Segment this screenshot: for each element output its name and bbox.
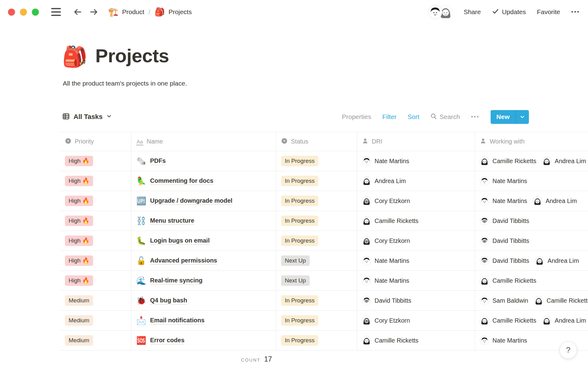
dri-cell[interactable]: Nate Martins (357, 271, 475, 291)
task-page-link[interactable]: Login bugs on email (150, 237, 209, 245)
person-chip[interactable]: Cory Etzkorn (362, 236, 410, 245)
name-cell[interactable]: 🗞️PDFs (131, 151, 276, 171)
person-chip[interactable]: Nate Martins (480, 176, 527, 186)
person-chip[interactable]: Andrea Lim (535, 256, 579, 265)
working-with-cell[interactable]: Camille RickettsAndrea Lim (475, 311, 588, 331)
properties-button[interactable]: Properties (342, 113, 371, 121)
person-chip[interactable]: Camille Ricketts (480, 276, 536, 285)
more-options-icon[interactable]: ••• (571, 9, 580, 15)
person-chip[interactable]: Cory Etzkorn (362, 316, 410, 325)
task-page-link[interactable]: Q4 bug bash (150, 297, 187, 305)
person-chip[interactable]: Camille Ricketts (362, 216, 418, 225)
person-chip[interactable]: Sam Baldwin (480, 296, 528, 305)
task-page-link[interactable]: Upgrade / downgrade model (150, 197, 232, 205)
column-header-priority[interactable]: Priority (60, 132, 131, 151)
column-header-dri[interactable]: DRI (357, 132, 475, 151)
page-icon-backpack-emoji[interactable]: 🎒 (62, 46, 87, 67)
dri-cell[interactable]: Camille Ricketts (357, 211, 475, 231)
breadcrumb-item-product[interactable]: 🏗️ Product (108, 8, 144, 16)
sort-button[interactable]: Sort (408, 113, 420, 121)
person-chip[interactable]: David Tibbitts (480, 216, 529, 225)
name-cell[interactable]: 🐞Q4 bug bash (131, 291, 276, 311)
person-chip[interactable]: Camille Ricketts (480, 156, 536, 166)
new-button[interactable]: New (491, 110, 529, 124)
name-cell[interactable]: 📩Email notifications (131, 311, 276, 331)
person-chip[interactable]: David Tibbitts (480, 236, 529, 245)
status-cell[interactable]: In Progress (276, 211, 357, 231)
working-with-cell[interactable]: Camille RickettsAndrea Lim (475, 151, 588, 171)
status-cell[interactable]: In Progress (276, 231, 357, 251)
filter-button[interactable]: Filter (382, 113, 397, 121)
person-chip[interactable]: David Tibbitts (480, 256, 529, 265)
priority-cell[interactable]: High 🔥 (60, 171, 131, 191)
priority-cell[interactable]: High 🔥 (60, 231, 131, 251)
name-cell[interactable]: ⛓️Menu structure (131, 211, 276, 231)
task-page-link[interactable]: Error codes (150, 337, 184, 344)
status-cell[interactable]: In Progress (276, 151, 357, 171)
working-with-cell[interactable]: Nate Martins (475, 171, 588, 191)
priority-cell[interactable]: Medium (60, 311, 131, 331)
person-chip[interactable]: Andrea Lim (542, 316, 586, 325)
person-chip[interactable]: Andrea Lim (362, 176, 406, 186)
status-cell[interactable]: In Progress (276, 291, 357, 311)
status-cell[interactable]: In Progress (276, 331, 357, 351)
name-cell[interactable]: 🆘Error codes (131, 331, 276, 351)
help-button[interactable]: ? (560, 341, 577, 359)
priority-cell[interactable]: Medium (60, 291, 131, 311)
status-cell[interactable]: Next Up (276, 251, 357, 271)
task-page-link[interactable]: Real-time syncing (150, 277, 202, 285)
dri-cell[interactable]: Andrea Lim (357, 171, 475, 191)
dri-cell[interactable]: David Tibbitts (357, 291, 475, 311)
zoom-window-button[interactable] (32, 9, 39, 16)
task-page-link[interactable]: PDFs (150, 157, 166, 165)
status-cell[interactable]: In Progress (276, 311, 357, 331)
dri-cell[interactable]: Cory Etzkorn (357, 311, 475, 331)
dri-cell[interactable]: Cory Etzkorn (357, 191, 475, 211)
task-page-link[interactable]: Menu structure (150, 217, 194, 225)
working-with-cell[interactable]: Sam BaldwinCamille Ricketts (475, 291, 588, 311)
working-with-cell[interactable]: David TibbittsAndrea Lim (475, 251, 588, 271)
column-header-status[interactable]: Status (276, 132, 357, 151)
priority-cell[interactable]: High 🔥 (60, 151, 131, 171)
status-cell[interactable]: In Progress (276, 171, 357, 191)
person-chip[interactable]: Andrea Lim (542, 156, 586, 166)
name-cell[interactable]: 🔓Advanced permissions (131, 251, 276, 271)
new-button-chevron-down-icon[interactable] (515, 110, 529, 124)
person-chip[interactable]: Cory Etzkorn (362, 196, 410, 205)
share-button[interactable]: Share (464, 8, 481, 16)
sidebar-menu-icon[interactable] (51, 8, 61, 16)
favorite-button[interactable]: Favorite (537, 8, 560, 16)
name-cell[interactable]: 🌊Real-time syncing (131, 271, 276, 291)
working-with-cell[interactable]: Camille Ricketts (475, 271, 588, 291)
status-cell[interactable]: Next Up (276, 271, 357, 291)
name-cell[interactable]: 🆙Upgrade / downgrade model (131, 191, 276, 211)
person-chip[interactable]: Camille Ricketts (362, 336, 418, 345)
person-chip[interactable]: Nate Martins (480, 196, 527, 205)
person-chip[interactable]: David Tibbitts (362, 296, 411, 305)
view-more-options-icon[interactable]: ••• (471, 114, 480, 120)
person-chip[interactable]: Nate Martins (362, 256, 409, 265)
priority-cell[interactable]: Medium (60, 331, 131, 351)
close-window-button[interactable] (8, 9, 15, 16)
breadcrumb-item-projects[interactable]: 🎒 Projects (155, 8, 192, 16)
priority-cell[interactable]: High 🔥 (60, 251, 131, 271)
dri-cell[interactable]: Camille Ricketts (357, 331, 475, 351)
name-cell[interactable]: 🐛Login bugs on email (131, 231, 276, 251)
forward-arrow-icon[interactable] (89, 7, 99, 17)
column-header-working[interactable]: Working with (475, 132, 588, 151)
column-header-name[interactable]: AaName (131, 132, 276, 151)
person-chip[interactable]: Nate Martins (480, 336, 527, 345)
view-switcher[interactable]: All Tasks (62, 113, 112, 121)
working-with-cell[interactable]: David Tibbitts (475, 211, 588, 231)
task-page-link[interactable]: Commenting for docs (150, 177, 213, 185)
dri-cell[interactable]: Nate Martins (357, 251, 475, 271)
working-with-cell[interactable]: David Tibbitts (475, 231, 588, 251)
table-footer[interactable]: COUNT17 (60, 351, 276, 363)
minimize-window-button[interactable] (20, 9, 27, 16)
person-chip[interactable]: Camille Ricketts (534, 296, 588, 305)
dri-cell[interactable]: Cory Etzkorn (357, 231, 475, 251)
dri-cell[interactable]: Nate Martins (357, 151, 475, 171)
name-cell[interactable]: 🦜Commenting for docs (131, 171, 276, 191)
priority-cell[interactable]: High 🔥 (60, 191, 131, 211)
task-page-link[interactable]: Email notifications (150, 317, 205, 324)
